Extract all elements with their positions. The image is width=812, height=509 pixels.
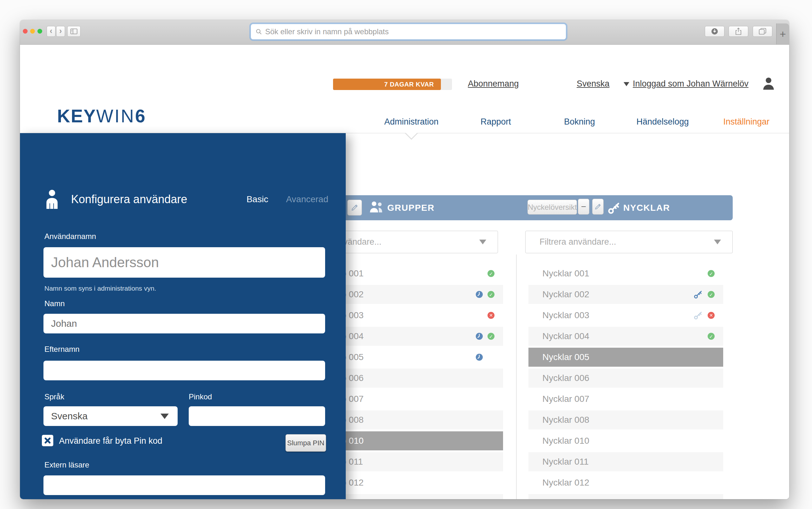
status-check-icon: ✓	[488, 333, 495, 340]
list-item[interactable]: Nycklar 008	[528, 410, 723, 430]
status-check-icon: ✓	[708, 291, 715, 298]
list-item-label: Nycklar 003	[542, 310, 589, 320]
chevron-down-icon[interactable]	[624, 82, 629, 86]
firstname-value: Johan	[51, 318, 77, 329]
address-bar-placeholder: Sök eller skriv in namn på webbplats	[265, 27, 389, 36]
tab-avancerad[interactable]: Avancerad	[286, 194, 328, 204]
status-check-icon: ✓	[708, 270, 715, 277]
nav-bokning[interactable]: Bokning	[564, 117, 595, 127]
tab-overview-button[interactable]	[753, 26, 772, 37]
list-item[interactable]: Nycklar 001✓	[528, 264, 723, 283]
page-content: 7 DAGAR KVAR Abonnemang Svenska Inloggad…	[20, 45, 789, 499]
username-value: Johan Andersson	[51, 254, 159, 270]
zoom-window-button[interactable]	[37, 29, 42, 34]
list-item[interactable]: Nycklar 007	[528, 389, 723, 409]
keys-filter-dropdown[interactable]: Filtrera användare...	[525, 231, 733, 253]
status-clock-icon	[476, 291, 483, 298]
language-select[interactable]: Svenska	[43, 406, 178, 426]
list-item-label: Nycklar 007	[542, 394, 589, 404]
nav-installningar[interactable]: Inställningar	[723, 117, 770, 127]
external-reader-label: Extern läsare	[44, 461, 89, 469]
random-pin-button[interactable]: Slumpa PIN	[285, 434, 326, 452]
column-divider	[516, 254, 517, 499]
logged-in-link[interactable]: Inloggad som Johan Wärnelöv	[633, 79, 749, 89]
remove-key-button[interactable]: −	[578, 199, 589, 214]
list-item[interactable]: Nycklar 012	[528, 473, 723, 492]
language-dropdown[interactable]: Svenska	[576, 79, 610, 89]
status-key-icon	[693, 290, 703, 299]
status-clock-icon	[476, 354, 483, 361]
nav-handelselogg[interactable]: Händelselogg	[636, 117, 689, 127]
keys-list: Nycklar 001✓Nycklar 002✓Nycklar 003✕Nyck…	[528, 264, 723, 499]
list-item[interactable]: Nycklar 006	[528, 369, 723, 387]
forward-button[interactable]: ›	[56, 26, 65, 37]
username-help-text: Namn som syns i administrations vyn.	[44, 284, 156, 292]
list-item[interactable]: Nycklar 002✓	[528, 285, 723, 304]
list-item[interactable]: Nycklar 012	[528, 494, 723, 499]
key-icon	[607, 201, 621, 214]
downloads-button[interactable]	[705, 26, 724, 37]
logo-part-6: 6	[135, 106, 146, 126]
new-tab-button[interactable]: +	[776, 24, 789, 44]
logo-part-key: KEY	[57, 106, 96, 126]
list-item[interactable]: Nycklar 004✓	[528, 327, 723, 346]
list-item[interactable]: Nycklar 011	[528, 452, 723, 471]
chevron-down-icon	[479, 240, 486, 244]
sidebar-button[interactable]	[67, 26, 81, 37]
tabs-icon	[759, 28, 766, 35]
pin-change-checkbox-label: Användare får byta Pin kod	[59, 436, 162, 446]
group-icon	[369, 201, 384, 214]
tab-basic[interactable]: Basic	[246, 194, 268, 204]
nav-administration[interactable]: Administration	[384, 117, 438, 127]
close-window-button[interactable]	[23, 29, 28, 34]
status-clock-icon	[476, 333, 483, 340]
edit-groups-button[interactable]	[347, 200, 362, 215]
username-label: Användarnamn	[44, 232, 96, 241]
status-key-pale-icon	[693, 311, 703, 320]
active-nav-caret	[405, 133, 418, 140]
status-check-icon: ✓	[488, 291, 495, 298]
list-item-label: Nycklar 002	[542, 290, 589, 299]
keys-column-title: NYCKLAR	[623, 203, 670, 213]
language-label: Svenska	[576, 79, 610, 89]
lastname-field[interactable]	[43, 361, 325, 380]
nav-rapport[interactable]: Rapport	[480, 117, 511, 127]
person-icon	[44, 190, 60, 209]
status-cross-icon: ✕	[488, 312, 495, 319]
list-item[interactable]: Nycklar 010	[528, 431, 723, 450]
user-icon	[761, 76, 776, 90]
firstname-field[interactable]: Johan	[43, 314, 325, 333]
pin-change-checkbox[interactable]	[42, 435, 53, 446]
list-item-label: Nycklar 012	[542, 478, 589, 487]
chevron-right-icon: ›	[59, 27, 62, 35]
external-reader-field[interactable]	[43, 475, 325, 495]
chevron-down-icon	[714, 240, 721, 244]
list-item[interactable]: Nycklar 003✕	[528, 306, 723, 325]
pin-label: Pinkod	[189, 393, 212, 401]
keywin-logo[interactable]: KEYWIN6	[57, 106, 146, 127]
language-select-value: Svenska	[51, 411, 88, 421]
pin-field[interactable]	[189, 406, 325, 426]
configure-user-modal: Konfigurera användare Basic Avancerad An…	[20, 133, 346, 499]
language-select-label: Språk	[44, 393, 64, 401]
back-button[interactable]: ‹	[46, 26, 56, 37]
browser-toolbar: ‹ › Sök eller skriv in namn på webbplats	[20, 20, 789, 45]
groups-column-title: GRUPPER	[387, 203, 435, 213]
checkbox-checked-icon	[44, 437, 51, 444]
edit-keys-button[interactable]	[592, 199, 603, 214]
list-item-label: Nycklar 005	[542, 352, 589, 362]
minimize-window-button[interactable]	[30, 29, 35, 34]
username-field[interactable]: Johan Andersson	[43, 247, 325, 278]
firstname-label: Namn	[44, 299, 65, 308]
keys-filter-placeholder: Filtrera användare...	[539, 237, 616, 247]
share-button[interactable]	[728, 26, 748, 37]
list-item[interactable]: Nycklar 005	[528, 348, 723, 367]
address-bar[interactable]: Sök eller skriv in namn på webbplats	[251, 24, 566, 40]
list-item-label: Nycklar 001	[542, 268, 589, 278]
pencil-icon	[594, 203, 602, 210]
list-item-label: Nycklar 008	[542, 415, 589, 425]
status-cross-icon: ✕	[708, 312, 715, 319]
list-item-label: Nycklar 004	[542, 331, 589, 341]
subscription-link[interactable]: Abonnemang	[468, 79, 519, 89]
key-overview-button[interactable]: Nyckelöversikt	[528, 200, 577, 214]
